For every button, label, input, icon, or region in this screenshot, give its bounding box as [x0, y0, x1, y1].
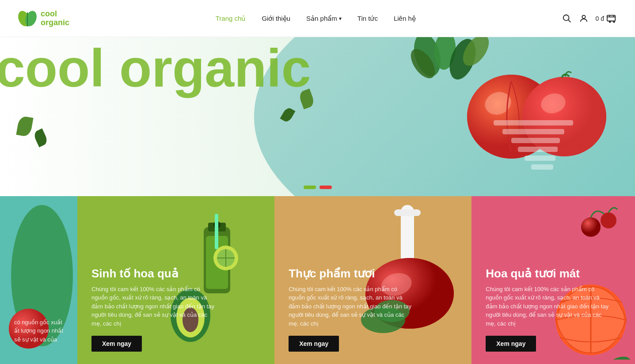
nav-item-lien-he[interactable]: Liên hệ [394, 15, 416, 23]
card-2-content: Sinh tố hoa quả Chúng tôi cam kết 100% c… [91, 267, 260, 352]
svg-point-5 [582, 15, 585, 18]
logo-cool: cool [41, 10, 69, 19]
nav-item-gioi-thieu[interactable]: Giới thiệu [262, 15, 290, 23]
slider-dot-2[interactable] [319, 186, 332, 189]
card-4-title: Hoa quả tươi mát [486, 267, 621, 281]
card-3-content: Thực phẩm tươi Chúng tôi cam kết 100% cá… [289, 267, 457, 352]
card-3-button[interactable]: Xem ngay [289, 336, 339, 352]
nav-link-lien-he[interactable]: Liên hệ [394, 15, 416, 22]
user-icon [579, 14, 589, 23]
logo-icon [18, 9, 37, 28]
svg-point-8 [613, 21, 615, 22]
svg-rect-36 [394, 209, 421, 216]
card-3-title: Thực phẩm tươi [289, 267, 457, 281]
logo-text: cool organic [41, 10, 69, 27]
nav-icons: 0 đ [562, 14, 617, 23]
category-card-sinh-to: Sinh tố hoa quả Chúng tôi cam kết 100% c… [77, 196, 274, 364]
svg-rect-34 [215, 214, 218, 249]
search-button[interactable] [562, 14, 572, 23]
navbar: cool organic Trang chủ Giới thiệu Sản ph… [0, 0, 635, 37]
svg-line-4 [568, 20, 570, 22]
svg-point-3 [563, 15, 569, 20]
svg-point-45 [601, 212, 616, 228]
nav-item-trang-chu[interactable]: Trang chủ [216, 15, 246, 23]
nav-item-san-pham[interactable]: Sản phẩm [306, 15, 342, 23]
logo[interactable]: cool organic [18, 9, 69, 28]
nav-link-gioi-thieu[interactable]: Giới thiệu [262, 15, 290, 22]
card-1-content: có nguồn gốc xuấtất lượng ngon nhấtsẽ sự… [14, 318, 63, 352]
card-2-desc: Chúng tôi cam kết 100% các sản phẩm có n… [91, 285, 215, 328]
hero-banner: cool organic [0, 37, 635, 196]
nav-link-trang-chu[interactable]: Trang chủ [216, 15, 246, 22]
svg-point-18 [522, 77, 606, 156]
svg-point-44 [581, 217, 601, 237]
card-4-content: Hoa quả tươi mát Chúng tôi cam kết 100% … [486, 267, 621, 352]
category-section: có nguồn gốc xuấtất lượng ngon nhấtsẽ sự… [0, 196, 635, 364]
category-card-thuc-pham: Thực phẩm tươi Chúng tôi cam kết 100% cá… [274, 196, 471, 364]
card-3-desc: Chúng tôi cam kết 100% các sản phẩm có n… [289, 285, 412, 328]
cart-button[interactable]: 0 đ [596, 14, 617, 23]
search-icon [562, 14, 572, 23]
slider-dot-1[interactable] [304, 186, 316, 189]
nav-item-tin-tuc[interactable]: Tin tức [357, 15, 378, 23]
cart-amount: 0 đ [596, 15, 604, 22]
nav-link-san-pham[interactable]: Sản phẩm [306, 15, 342, 23]
card-1-desc: có nguồn gốc xuấtất lượng ngon nhấtsẽ sự… [14, 318, 63, 344]
card-4-desc: Chúng tôi cam kết 100% các sản phẩm có n… [486, 285, 609, 328]
user-button[interactable] [579, 14, 589, 23]
card-2-title: Sinh tố hoa quả [91, 267, 260, 281]
card-2-button[interactable]: Xem ngay [91, 336, 142, 352]
category-card-rau-cu: có nguồn gốc xuấtất lượng ngon nhấtsẽ sự… [0, 196, 77, 364]
svg-point-7 [609, 21, 611, 22]
nav-link-tin-tuc[interactable]: Tin tức [357, 15, 378, 22]
category-card-hoa-qua: Hoa quả tươi mát Chúng tôi cam kết 100% … [471, 196, 635, 364]
hero-big-text: cool organic [0, 42, 311, 95]
logo-organic: organic [41, 19, 69, 27]
cart-icon [606, 14, 617, 23]
hero-text-area: cool organic [0, 37, 349, 196]
slider-dots [304, 186, 332, 189]
nav-menu: Trang chủ Giới thiệu Sản phẩm Tin tức Li… [216, 15, 416, 23]
card-4-button[interactable]: Xem ngay [486, 336, 536, 352]
